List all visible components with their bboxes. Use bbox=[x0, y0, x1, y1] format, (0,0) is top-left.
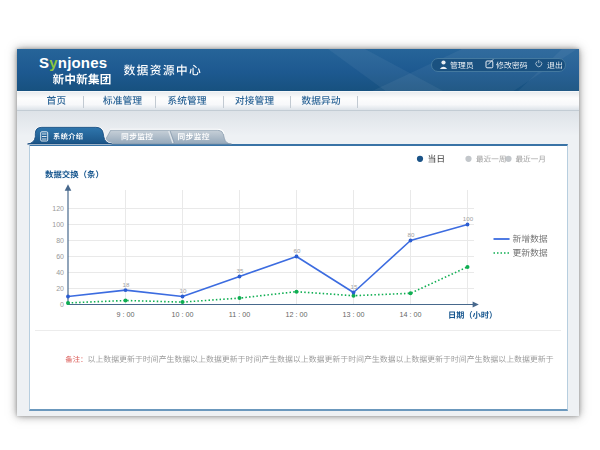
svg-text:10 : 00: 10 : 00 bbox=[172, 310, 194, 319]
svg-text:100: 100 bbox=[463, 215, 474, 222]
svg-text:120: 120 bbox=[52, 205, 64, 212]
svg-text:14 : 00: 14 : 00 bbox=[400, 310, 422, 319]
svg-text:60: 60 bbox=[56, 253, 64, 260]
svg-text:9 : 00: 9 : 00 bbox=[117, 310, 135, 319]
svg-text:80: 80 bbox=[56, 237, 64, 244]
svg-text:35: 35 bbox=[237, 267, 244, 274]
svg-text:12 : 00: 12 : 00 bbox=[286, 310, 308, 319]
svg-text:11 : 00: 11 : 00 bbox=[229, 310, 250, 319]
svg-text:10: 10 bbox=[180, 287, 187, 294]
svg-text:80: 80 bbox=[408, 231, 415, 238]
svg-text:0: 0 bbox=[60, 301, 64, 308]
svg-text:13 : 00: 13 : 00 bbox=[343, 310, 365, 319]
svg-text:100: 100 bbox=[52, 221, 64, 228]
svg-text:Synjones: Synjones bbox=[39, 54, 107, 71]
svg-text:20: 20 bbox=[56, 285, 64, 292]
svg-text:60: 60 bbox=[294, 247, 301, 254]
svg-text:15: 15 bbox=[351, 283, 358, 290]
svg-text:18: 18 bbox=[123, 281, 130, 288]
svg-text:40: 40 bbox=[56, 269, 64, 276]
